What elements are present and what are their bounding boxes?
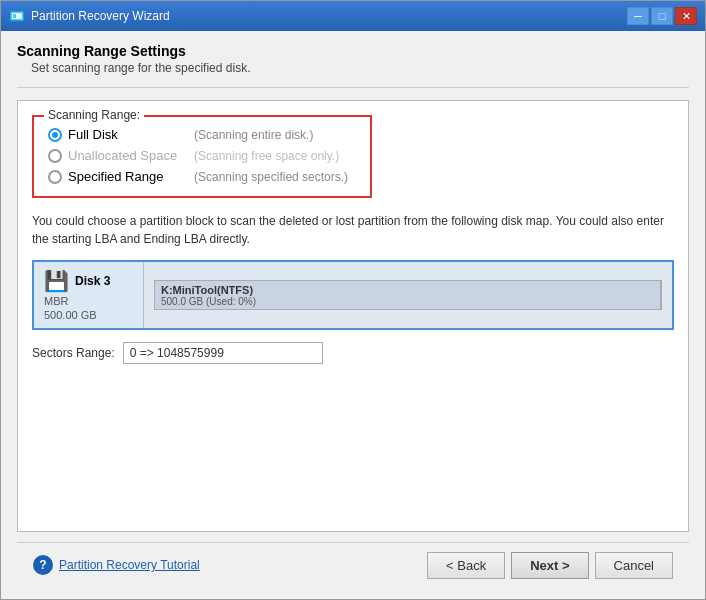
- scanning-range-box: Scanning Range: Full Disk (Scanning enti…: [32, 115, 372, 198]
- radio-unallocated-hint: (Scanning free space only.): [194, 149, 339, 163]
- radio-specified[interactable]: Specified Range (Scanning specified sect…: [48, 169, 356, 184]
- footer: ? Partition Recovery Tutorial < Back Nex…: [17, 543, 689, 587]
- scanning-range-legend: Scanning Range:: [44, 108, 144, 122]
- help-icon[interactable]: ?: [33, 555, 53, 575]
- radio-full-disk[interactable]: Full Disk (Scanning entire disk.): [48, 127, 356, 142]
- svg-rect-2: [13, 14, 16, 18]
- tutorial-link[interactable]: Partition Recovery Tutorial: [59, 558, 200, 572]
- title-bar: Partition Recovery Wizard ─ □ ✕: [1, 1, 705, 31]
- minimize-button[interactable]: ─: [627, 7, 649, 25]
- radio-full-disk-circle: [48, 128, 62, 142]
- disk-name: Disk 3: [75, 274, 110, 288]
- app-icon: [9, 8, 25, 24]
- radio-unallocated[interactable]: Unallocated Space (Scanning free space o…: [48, 148, 356, 163]
- radio-full-disk-hint: (Scanning entire disk.): [194, 128, 313, 142]
- partition-detail: 500.0 GB (Used: 0%): [161, 296, 654, 307]
- next-button[interactable]: Next >: [511, 552, 588, 579]
- radio-unallocated-circle: [48, 149, 62, 163]
- sectors-input[interactable]: [123, 342, 323, 364]
- info-section: You could choose a partition block to sc…: [32, 212, 674, 517]
- maximize-button[interactable]: □: [651, 7, 673, 25]
- disk-info-panel: 💾 Disk 3 MBR 500.00 GB: [34, 262, 144, 328]
- close-button[interactable]: ✕: [675, 7, 697, 25]
- partition-item: K:MiniTool(NTFS) 500.0 GB (Used: 0%): [155, 281, 661, 309]
- content-area: Scanning Range Settings Set scanning ran…: [1, 31, 705, 599]
- disk-map[interactable]: 💾 Disk 3 MBR 500.00 GB K:MiniTool(NTFS): [32, 260, 674, 330]
- page-header: Scanning Range Settings Set scanning ran…: [17, 43, 689, 75]
- radio-specified-hint: (Scanning specified sectors.): [194, 170, 348, 184]
- cancel-button[interactable]: Cancel: [595, 552, 673, 579]
- window-controls: ─ □ ✕: [627, 7, 697, 25]
- partition-name: K:MiniTool(NTFS): [161, 284, 654, 296]
- radio-specified-label: Specified Range: [68, 169, 188, 184]
- window-title: Partition Recovery Wizard: [31, 9, 627, 23]
- footer-left: ? Partition Recovery Tutorial: [33, 555, 427, 575]
- page-subtitle: Set scanning range for the specified dis…: [31, 61, 689, 75]
- main-window: Partition Recovery Wizard ─ □ ✕ Scanning…: [0, 0, 706, 600]
- partition-bar: K:MiniTool(NTFS) 500.0 GB (Used: 0%): [154, 280, 662, 310]
- sectors-label: Sectors Range:: [32, 346, 115, 360]
- main-panel: Scanning Range: Full Disk (Scanning enti…: [17, 100, 689, 532]
- radio-specified-circle: [48, 170, 62, 184]
- radio-full-disk-label: Full Disk: [68, 127, 188, 142]
- page-title: Scanning Range Settings: [17, 43, 689, 59]
- disk-row: 💾 Disk 3: [44, 269, 133, 293]
- disk-text: Disk 3: [75, 274, 110, 288]
- radio-unallocated-label: Unallocated Space: [68, 148, 188, 163]
- back-button[interactable]: < Back: [427, 552, 505, 579]
- sectors-row: Sectors Range:: [32, 342, 674, 364]
- footer-buttons: < Back Next > Cancel: [427, 552, 673, 579]
- divider-top: [17, 87, 689, 88]
- disk-hdd-icon: 💾: [44, 269, 69, 293]
- info-text: You could choose a partition block to sc…: [32, 212, 674, 248]
- disk-size: 500.00 GB: [44, 309, 133, 321]
- disk-partitions: K:MiniTool(NTFS) 500.0 GB (Used: 0%): [144, 262, 672, 328]
- disk-type: MBR: [44, 295, 133, 307]
